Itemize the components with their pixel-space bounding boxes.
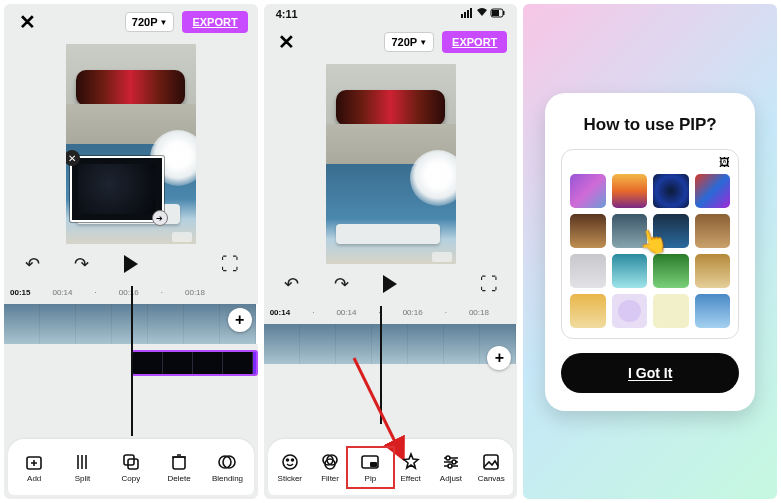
- svg-rect-7: [464, 12, 466, 18]
- redo-button[interactable]: ↷: [67, 250, 95, 278]
- play-button[interactable]: [117, 250, 145, 278]
- tool-split[interactable]: Split: [58, 452, 106, 483]
- chevron-down-icon: ▼: [419, 38, 427, 47]
- signal-wifi-battery-icon: [461, 7, 505, 19]
- frame-thumb: [372, 324, 408, 364]
- pip-resize-handle[interactable]: ➔: [152, 210, 168, 226]
- export-button[interactable]: EXPORT: [442, 31, 507, 53]
- ruler-mark: 00:14: [336, 308, 356, 317]
- svg-point-14: [283, 455, 297, 469]
- got-it-button[interactable]: I Got It: [561, 353, 739, 393]
- pip-remove-button[interactable]: ✕: [66, 150, 80, 166]
- fullscreen-button[interactable]: ⛶: [216, 250, 244, 278]
- tool-pip[interactable]: Pip: [350, 452, 390, 483]
- playhead[interactable]: [131, 286, 133, 436]
- tool-effect[interactable]: Effect: [391, 452, 431, 483]
- export-controls: 720P ▼ EXPORT: [384, 31, 507, 53]
- clip-toolbar: Add Split Copy Delete Blending: [8, 439, 254, 495]
- export-button[interactable]: EXPORT: [182, 11, 247, 33]
- grid-thumb[interactable]: [695, 214, 731, 248]
- pip-content: [78, 164, 156, 214]
- pip-track-selected[interactable]: [131, 350, 258, 376]
- tool-sticker[interactable]: Sticker: [270, 452, 310, 483]
- grid-thumb[interactable]: [653, 254, 689, 288]
- tool-adjust[interactable]: Adjust: [431, 452, 471, 483]
- tool-delete[interactable]: Delete: [155, 452, 203, 483]
- add-clip-button[interactable]: +: [228, 308, 252, 332]
- ruler-mark: 00:18: [185, 288, 205, 297]
- play-icon: [124, 255, 138, 273]
- tool-add[interactable]: Add: [10, 452, 58, 483]
- export-controls: 720P ▼ EXPORT: [125, 11, 248, 33]
- pip-layer-selected[interactable]: ✕ ➔: [70, 156, 164, 222]
- grid-thumb[interactable]: [570, 174, 606, 208]
- ruler-mark: 00:14: [270, 308, 290, 317]
- svg-rect-11: [492, 10, 499, 16]
- svg-rect-9: [470, 8, 472, 18]
- tool-copy[interactable]: Copy: [107, 452, 155, 483]
- grid-thumb[interactable]: [570, 294, 606, 328]
- ruler-mark: 00:18: [469, 308, 489, 317]
- main-toolbar: Sticker Filter Pip Effect Adjust Canvas: [268, 439, 514, 495]
- play-button[interactable]: [376, 270, 404, 298]
- screen-3-pip-tutorial: How to use PIP? 🖼 👆: [523, 4, 777, 499]
- close-button[interactable]: ✕: [14, 9, 40, 35]
- quality-selector[interactable]: 720P ▼: [384, 32, 434, 52]
- fullscreen-button[interactable]: ⛶: [475, 270, 503, 298]
- top-bar: ✕ 720P ▼ EXPORT: [4, 4, 258, 40]
- grid-thumb[interactable]: [612, 174, 648, 208]
- quality-selector[interactable]: 720P ▼: [125, 12, 175, 32]
- tool-blending[interactable]: Blending: [203, 452, 251, 483]
- copy-icon: [121, 452, 141, 472]
- tool-label: Add: [27, 474, 41, 483]
- blending-icon: [217, 452, 237, 472]
- tool-label: Effect: [401, 474, 421, 483]
- grid-thumb[interactable]: [695, 254, 731, 288]
- undo-button[interactable]: ↶: [278, 270, 306, 298]
- ruler-mark: ·: [445, 308, 447, 317]
- svg-rect-3: [173, 457, 185, 469]
- grid-thumb[interactable]: [570, 214, 606, 248]
- watermark: [432, 252, 452, 262]
- pip-thumb: [133, 352, 163, 374]
- main-video-track[interactable]: [264, 324, 518, 364]
- highlight-box: [346, 446, 394, 489]
- delete-icon: [169, 452, 189, 472]
- grid-thumb[interactable]: [653, 294, 689, 328]
- undo-button[interactable]: ↶: [18, 250, 46, 278]
- ac-unit: [336, 224, 440, 244]
- frame-thumb: [148, 304, 184, 344]
- tool-label: Canvas: [478, 474, 505, 483]
- svg-rect-12: [503, 11, 505, 15]
- tool-filter[interactable]: Filter: [310, 452, 350, 483]
- tool-label: Delete: [168, 474, 191, 483]
- tool-canvas[interactable]: Canvas: [471, 452, 511, 483]
- ruler-mark: ·: [95, 288, 97, 297]
- timeline[interactable]: +: [4, 300, 258, 376]
- grid-thumb[interactable]: [612, 294, 648, 328]
- grid-thumb[interactable]: [695, 174, 731, 208]
- frame-thumb: [184, 304, 220, 344]
- video-canvas[interactable]: ✕ ➔: [66, 44, 196, 244]
- main-clip-top: [326, 64, 456, 164]
- add-icon: [24, 452, 44, 472]
- top-bar: ✕ 720P ▼ EXPORT: [264, 24, 518, 60]
- quality-label: 720P: [132, 16, 158, 28]
- play-icon: [383, 275, 397, 293]
- video-canvas[interactable]: [326, 64, 456, 264]
- ruler-mark: 00:15: [10, 288, 30, 297]
- grid-thumb[interactable]: [653, 174, 689, 208]
- timeline[interactable]: +: [264, 320, 518, 364]
- frame-thumb: [4, 304, 40, 344]
- redo-button[interactable]: ↷: [327, 270, 355, 298]
- close-button[interactable]: ✕: [274, 29, 300, 55]
- pip-thumb: [223, 352, 253, 374]
- car-object: [76, 70, 185, 106]
- frame-thumb: [408, 324, 444, 364]
- modal-title: How to use PIP?: [584, 115, 717, 135]
- effect-icon: [401, 452, 421, 472]
- grid-thumb[interactable]: [695, 294, 731, 328]
- svg-rect-6: [461, 14, 463, 18]
- playhead[interactable]: [380, 306, 382, 424]
- grid-thumb[interactable]: [570, 254, 606, 288]
